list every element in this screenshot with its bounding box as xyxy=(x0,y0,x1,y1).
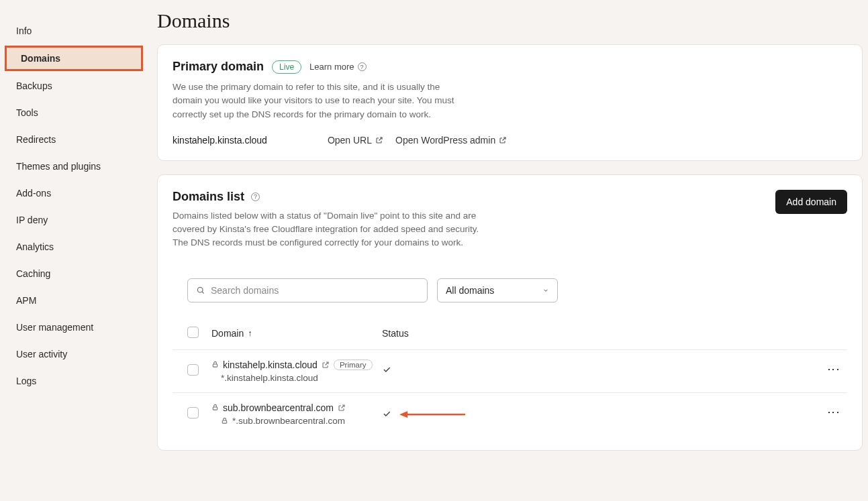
sidebar-item-analytics[interactable]: Analytics xyxy=(0,235,148,259)
row-checkbox[interactable] xyxy=(187,407,199,419)
search-domains-input-wrap[interactable] xyxy=(187,278,428,302)
search-domains-input[interactable] xyxy=(211,285,419,296)
sidebar-item-label: Info xyxy=(16,25,32,36)
sidebar-item-label: User activity xyxy=(16,349,67,359)
sidebar-item-label: User management xyxy=(16,322,93,333)
wildcard-domain: *.sub.brownbearcentral.com xyxy=(232,416,345,426)
sidebar-item-backups[interactable]: Backups xyxy=(0,74,148,98)
row-actions-menu[interactable]: ⋮ xyxy=(828,364,840,376)
column-status[interactable]: Status xyxy=(382,328,820,339)
domains-table: Domain ↑ Status kinstahelp.kinsta.cloud xyxy=(173,320,847,435)
table-row: sub.brownbearcentral.com *.sub.brownbear… xyxy=(173,393,847,435)
add-domain-button[interactable]: Add domain xyxy=(775,190,847,214)
check-icon xyxy=(382,365,391,374)
sort-arrow-up-icon: ↑ xyxy=(248,328,252,338)
sidebar-item-ip-deny[interactable]: IP deny xyxy=(0,208,148,232)
primary-badge: Primary xyxy=(334,359,373,370)
sidebar-item-tools[interactable]: Tools xyxy=(0,101,148,125)
check-icon xyxy=(382,409,391,419)
sidebar-item-label: Add-ons xyxy=(16,188,51,199)
filter-domains-select[interactable]: All domains xyxy=(437,278,558,302)
sidebar-item-label: Domains xyxy=(21,53,60,64)
sidebar-item-info[interactable]: Info xyxy=(0,19,148,43)
open-wp-label: Open WordPress admin xyxy=(395,135,495,146)
sidebar-item-label: Themes and plugins xyxy=(16,161,101,172)
svg-rect-3 xyxy=(222,421,226,423)
external-link-icon xyxy=(499,136,507,144)
sidebar-item-label: Caching xyxy=(16,268,50,279)
column-domain[interactable]: Domain ↑ xyxy=(211,328,382,339)
external-link-icon[interactable] xyxy=(338,404,346,412)
sidebar-item-apm[interactable]: APM xyxy=(0,288,148,313)
select-all-checkbox[interactable] xyxy=(187,327,199,338)
svg-rect-1 xyxy=(213,364,217,367)
svg-marker-5 xyxy=(399,411,407,418)
lock-icon xyxy=(211,361,219,368)
sidebar-item-label: APM xyxy=(16,295,36,306)
main-content: Domains Primary domain Live Learn more ?… xyxy=(148,0,868,501)
live-badge: Live xyxy=(272,60,301,74)
sidebar-item-addons[interactable]: Add-ons xyxy=(0,181,148,205)
open-wp-admin-link[interactable]: Open WordPress admin xyxy=(395,135,507,146)
sidebar-item-caching[interactable]: Caching xyxy=(0,262,148,286)
row-checkbox[interactable] xyxy=(187,364,199,376)
row-actions-menu[interactable]: ⋮ xyxy=(828,406,840,419)
primary-domain-description: We use the primary domain to refer to th… xyxy=(173,80,461,121)
sidebar-item-label: Backups xyxy=(16,80,52,91)
primary-domain-heading: Primary domain xyxy=(173,60,264,74)
primary-domain-card: Primary domain Live Learn more ? We use … xyxy=(157,44,863,161)
svg-point-0 xyxy=(197,287,203,292)
lock-icon xyxy=(211,404,219,411)
sidebar-item-user-activity[interactable]: User activity xyxy=(0,342,148,366)
help-icon: ? xyxy=(358,62,367,71)
sidebar-item-logs[interactable]: Logs xyxy=(0,369,148,393)
sidebar-item-label: Analytics xyxy=(16,241,54,252)
open-url-link[interactable]: Open URL xyxy=(328,135,383,146)
domains-list-heading: Domains list xyxy=(173,190,244,204)
domains-list-card: Domains list ? Domains listed below with… xyxy=(157,174,863,451)
column-domain-label: Domain xyxy=(211,328,244,339)
sidebar-item-redirects[interactable]: Redirects xyxy=(0,127,148,152)
domain-name[interactable]: kinstahelp.kinsta.cloud xyxy=(223,359,318,370)
page-title: Domains xyxy=(157,9,863,32)
domain-name[interactable]: sub.brownbearcentral.com xyxy=(223,402,334,413)
sidebar-item-label: Logs xyxy=(16,376,36,386)
svg-rect-2 xyxy=(213,407,217,410)
filter-selected-label: All domains xyxy=(446,285,494,296)
search-icon xyxy=(196,286,205,295)
external-link-icon[interactable] xyxy=(322,361,330,369)
open-url-label: Open URL xyxy=(328,135,372,146)
sidebar: Info Domains Backups Tools Redirects The… xyxy=(0,0,148,501)
annotation-arrow-icon xyxy=(399,410,465,419)
sidebar-item-label: IP deny xyxy=(16,215,48,225)
column-status-label: Status xyxy=(382,328,409,339)
sidebar-item-domains[interactable]: Domains xyxy=(5,46,143,71)
sidebar-item-label: Redirects xyxy=(16,134,56,145)
domains-list-description: Domains listed below with a status of "D… xyxy=(173,209,488,250)
chevron-down-icon xyxy=(542,287,549,294)
primary-domain-value: kinstahelp.kinsta.cloud xyxy=(173,135,267,146)
wildcard-domain: *.kinstahelp.kinsta.cloud xyxy=(221,373,318,383)
external-link-icon xyxy=(375,136,383,144)
learn-more-label: Learn more xyxy=(309,62,354,72)
help-icon[interactable]: ? xyxy=(251,192,260,201)
sidebar-item-themes-plugins[interactable]: Themes and plugins xyxy=(0,154,148,178)
sidebar-item-user-management[interactable]: User management xyxy=(0,315,148,339)
learn-more-link[interactable]: Learn more ? xyxy=(309,62,366,72)
lock-icon xyxy=(221,417,228,425)
table-header: Domain ↑ Status xyxy=(173,320,847,350)
sidebar-item-label: Tools xyxy=(16,107,38,118)
table-row: kinstahelp.kinsta.cloud Primary *.kinsta… xyxy=(173,350,847,393)
